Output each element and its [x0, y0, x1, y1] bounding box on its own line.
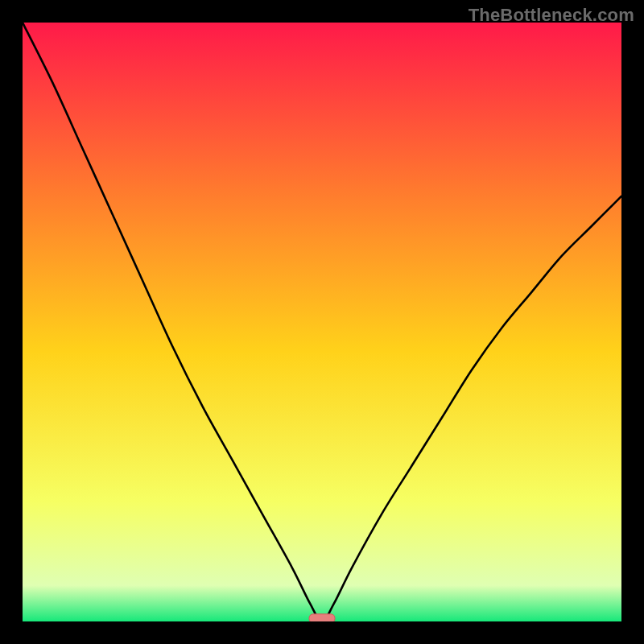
gradient-bg: [23, 23, 621, 621]
chart-svg: [23, 23, 621, 621]
outer-frame: TheBottleneck.com: [0, 0, 644, 644]
watermark-text: TheBottleneck.com: [469, 5, 634, 26]
optimal-marker: [309, 614, 335, 621]
plot-area: [23, 23, 621, 621]
